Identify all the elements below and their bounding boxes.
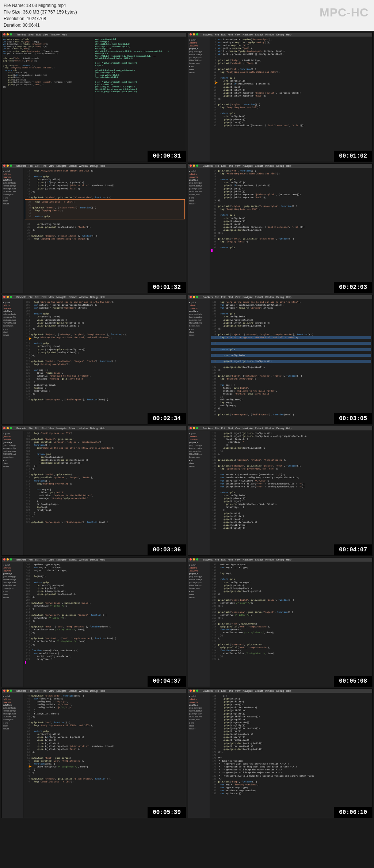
file-tree[interactable]: ▸ gulp4.jshintrc.bowerrcgulpfile.jsgulp.… xyxy=(188,299,210,424)
file-tree[interactable]: ▸ gulp4.jshintrc.bowerrcgulpfile.jsgulp.… xyxy=(188,431,210,555)
terminal-right: pretty-hrtime@1.0.2 interpret@0.6.6 v8fl… xyxy=(94,37,186,162)
timestamp: 00:05:08 xyxy=(334,676,372,687)
menubar: Brackets FileEditFindViewNavigateExtract… xyxy=(188,426,372,431)
timestamp: 00:03:36 xyxy=(148,544,186,555)
file-tree[interactable]: ▸ gulp4.jshintrc.bowerrcgulpfile.jsgulp.… xyxy=(188,562,210,687)
code-editor[interactable]: 105 log('Wire up the bower css js and ou… xyxy=(210,299,372,424)
thumbnail: Brackets FileEditFindViewNavigateExtract… xyxy=(1,557,186,687)
menubar: Brackets FileEditFindViewNavigateExtract… xyxy=(2,689,186,693)
duration: 00:06:41 xyxy=(23,23,40,28)
thumbnail: Brackets FileEditFindViewNavigateExtract… xyxy=(188,426,373,556)
mpc-hc-logo: MPC-HC xyxy=(320,4,369,21)
timestamp: 00:01:02 xyxy=(334,151,372,162)
timestamp: 00:03:05 xyxy=(334,413,372,424)
timestamp: 00:04:07 xyxy=(334,544,372,555)
menubar: Brackets FileEditFindViewNavigateExtract… xyxy=(188,689,372,693)
menubar: Brackets FileEditFindViewNavigateExtract… xyxy=(2,295,186,299)
thumbnail: Brackets FileEditFindViewNavigateExtract… xyxy=(1,688,186,818)
thumbnail-grid: Terminal ShellEditViewWindowHelp var gul… xyxy=(0,31,374,820)
menubar: Brackets FileEditFindViewNavigateExtract… xyxy=(188,33,372,37)
file-tree[interactable]: ▸ gulp4.jshintrc.bowerrcgulpfile.jsgulp.… xyxy=(2,562,24,687)
menubar: Brackets FileEditFindViewNavigateExtract… xyxy=(188,295,372,299)
thumbnail: Brackets FileEditFindViewNavigateExtract… xyxy=(188,688,373,818)
resolution: 1024x768 xyxy=(27,16,46,21)
file-tree[interactable]: ▸ gulp4.jshintrc.bowerrcgulpfile.jsgulp.… xyxy=(188,37,210,162)
file-info-header: File Name: 18 03 Migrating.mp4 File Size… xyxy=(0,0,374,31)
timestamp: 00:00:31 xyxy=(148,151,186,162)
terminal-left: var gulp = require('gulp'); var args = r… xyxy=(2,37,94,162)
code-editor[interactable]: 195 options.type = type; 196 var msg = .… xyxy=(24,562,186,687)
arrow-indicator: ➤ xyxy=(28,764,32,769)
thumbnail: Brackets FileEditFindViewNavigateExtract… xyxy=(1,426,186,556)
file-name: 18 03 Migrating.mp4 xyxy=(26,3,66,8)
arrow-indicator: ➤ xyxy=(28,336,32,341)
menubar: Brackets FileEditFindViewNavigateExtract… xyxy=(188,164,372,168)
file-tree[interactable]: ▸ gulp4.jshintrc.bowerrcgulpfile.jsgulp.… xyxy=(2,431,24,555)
file-tree[interactable]: ▸ gulp4.jshintrc.bowerrcgulpfile.jsgulp.… xyxy=(2,299,24,424)
timestamp: 00:05:39 xyxy=(148,807,186,818)
code-editor[interactable]: 18 log('Analyzing source with JSHint and… xyxy=(24,168,186,293)
file-tree[interactable]: ▸ gulp4.jshintrc.bowerrcgulpfile.jsgulp.… xyxy=(2,168,24,293)
thumbnail: Brackets FileEditFindViewNavigateExtract… xyxy=(188,32,373,162)
thumbnail: Terminal ShellEditViewWindowHelp var gul… xyxy=(1,32,186,162)
thumbnail: Brackets FileEditFindViewNavigateExtract… xyxy=(188,163,373,293)
code-editor[interactable]: 120 .pipe($.inject(gulp.src(config.css))… xyxy=(210,431,372,555)
timestamp: 00:01:32 xyxy=(148,282,186,293)
code-editor[interactable]: 98 log('Compiling Less --> CSS'); 99 100… xyxy=(24,431,186,555)
timestamp: 00:02:34 xyxy=(148,413,186,424)
menubar: Brackets FileEditFindViewNavigateExtract… xyxy=(2,558,186,562)
code-editor[interactable]: 48gulp.task('clean-code', function(done)… xyxy=(24,693,186,818)
menubar: Brackets FileEditFindViewNavigateExtract… xyxy=(188,558,372,562)
code-editor[interactable]: 1var browserSync = require('browserSync'… xyxy=(210,37,372,162)
file-tree[interactable]: ▸ gulp4.jshintrc.bowerrcgulpfile.jsgulp.… xyxy=(2,693,24,818)
timestamp: 00:06:10 xyxy=(334,807,372,818)
code-editor[interactable]: 195 options.type = type; 196 var msg = .… xyxy=(210,562,372,687)
file-tree[interactable]: ▸ gulp4.jshintrc.bowerrcgulpfile.jsgulp.… xyxy=(188,168,210,293)
file-tree[interactable]: ▸ gulp4.jshintrc.bowerrcgulpfile.jsgulp.… xyxy=(188,693,210,818)
code-editor[interactable]: 14gulp.task('vet', function() { 15 log('… xyxy=(210,168,372,293)
menubar: Brackets FileEditFindViewNavigateExtract… xyxy=(2,426,186,431)
thumbnail: Brackets FileEditFindViewNavigateExtract… xyxy=(1,295,186,424)
thumbnail: Brackets FileEditFindViewNavigateExtract… xyxy=(188,557,373,687)
thumbnail: Brackets FileEditFindViewNavigateExtract… xyxy=(1,163,186,293)
menubar: Terminal ShellEditViewWindowHelp xyxy=(2,33,186,37)
file-size: 36,0 MB (37 767 159 bytes) xyxy=(23,10,77,15)
thumbnail: Brackets FileEditFindViewNavigateExtract… xyxy=(188,295,373,424)
timestamp: 00:04:37 xyxy=(148,676,186,687)
menubar: Brackets FileEditFindViewNavigateExtract… xyxy=(2,164,186,168)
timestamp: 00:02:03 xyxy=(334,282,372,293)
code-editor[interactable]: 105 log('Wire up the bower css js and ou… xyxy=(24,299,186,424)
arrow-indicator: ➤ xyxy=(214,80,218,85)
code-editor[interactable]: 155 })) 156 .pipe(assets) 157 .pipe(cssF… xyxy=(210,693,372,818)
